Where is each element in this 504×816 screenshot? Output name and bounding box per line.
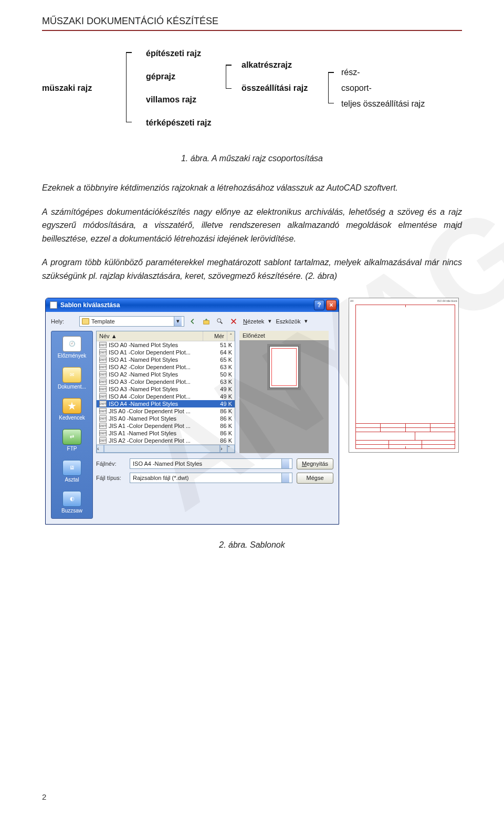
file-row[interactable]: DWTJIS A1 -Color Dependent Plot ...86 K bbox=[97, 422, 235, 430]
scroll-down-icon[interactable]: ˇ bbox=[227, 445, 235, 453]
dwt-file-icon: DWT bbox=[99, 364, 107, 370]
dwt-file-icon: DWT bbox=[99, 342, 107, 348]
place-label: FTP bbox=[67, 446, 77, 452]
file-size: 64 K bbox=[211, 349, 232, 355]
file-name: ISO A1 -Color Dependent Plot... bbox=[109, 349, 211, 355]
file-name: ISO A2 -Named Plot Styles bbox=[109, 371, 211, 378]
delete-icon[interactable] bbox=[228, 316, 239, 327]
file-row[interactable]: DWTISO A3 -Named Plot Styles49 K bbox=[97, 385, 235, 393]
template-drawing-preview: A4ISO A4 title block bbox=[349, 298, 459, 453]
paragraph-2: A számítógépes dokumentációkészítés nagy… bbox=[42, 205, 462, 246]
place-favorites[interactable]: ★Kedvencek bbox=[52, 396, 91, 422]
col-scroll-up[interactable]: ˆ bbox=[227, 331, 235, 341]
file-row[interactable]: DWTISO A1 -Named Plot Styles65 K bbox=[97, 356, 235, 363]
file-list[interactable]: Név ▲ Mér ˆ DWTISO A0 -Named Plot Styles… bbox=[96, 331, 235, 453]
chevron-down-icon[interactable]: ▾ bbox=[268, 318, 271, 325]
file-row[interactable]: DWTJIS A1 -Named Plot Styles86 K bbox=[97, 430, 235, 437]
file-name: ISO A0 -Named Plot Styles bbox=[109, 342, 211, 348]
location-combo[interactable]: Template ▾ bbox=[79, 316, 184, 327]
filetype-label: Fájl típus: bbox=[96, 475, 125, 481]
hscrollbar[interactable] bbox=[104, 445, 220, 453]
file-name: JIS A2 -Color Dependent Plot ... bbox=[109, 437, 211, 444]
place-label: Kedvencek bbox=[59, 415, 85, 421]
file-size: 51 K bbox=[211, 342, 232, 348]
file-row[interactable]: DWTJIS A2 -Color Dependent Plot ...86 K bbox=[97, 437, 235, 444]
svg-rect-0 bbox=[204, 320, 209, 324]
col-name[interactable]: Név ▲ bbox=[97, 331, 203, 341]
paragraph-3: A program több különböző paraméterekkel … bbox=[42, 256, 462, 283]
chevron-down-icon[interactable] bbox=[281, 459, 289, 468]
file-row[interactable]: DWTJIS A0 -Named Plot Styles86 K bbox=[97, 415, 235, 422]
file-size: 86 K bbox=[211, 430, 232, 436]
svg-line-2 bbox=[220, 321, 223, 323]
file-size: 63 K bbox=[211, 364, 232, 370]
close-button[interactable]: × bbox=[326, 300, 337, 310]
dwt-file-icon: DWT bbox=[99, 408, 107, 414]
chevron-down-icon[interactable] bbox=[281, 473, 289, 483]
file-size: 86 K bbox=[211, 423, 232, 429]
ftp-icon: ⇄ bbox=[62, 429, 81, 445]
col-size[interactable]: Mér bbox=[203, 331, 227, 341]
diagram-alkatresz: alkatrészrajz bbox=[242, 60, 292, 70]
dialog-titlebar[interactable]: Sablon kiválasztása ? × bbox=[46, 298, 339, 312]
preview-thumb bbox=[269, 346, 299, 388]
figure2-caption: 2. ábra. Sablonok bbox=[42, 540, 462, 550]
dwt-file-icon: DWT bbox=[99, 437, 107, 444]
diagram-geprajz: géprajz bbox=[146, 72, 175, 81]
open-button[interactable]: MegnyitásMegnyitás bbox=[297, 458, 333, 469]
file-list-header[interactable]: Név ▲ Mér ˆ bbox=[97, 331, 235, 341]
scroll-right-icon[interactable]: › bbox=[220, 445, 227, 453]
hely-label: Hely: bbox=[51, 318, 76, 325]
preview-header: Előnézet bbox=[239, 331, 329, 341]
page-number: 2 bbox=[42, 792, 46, 801]
file-row[interactable]: DWTJIS A0 -Color Dependent Plot ...86 K bbox=[97, 407, 235, 415]
filetype-combo[interactable]: Rajzsablon fájl (*.dwt) bbox=[130, 473, 292, 483]
chevron-down-icon[interactable]: ▾ bbox=[174, 317, 182, 326]
file-name: JIS A1 -Color Dependent Plot ... bbox=[109, 423, 211, 429]
place-label: Előzmények bbox=[58, 353, 86, 359]
help-button[interactable]: ? bbox=[314, 300, 324, 310]
place-documents[interactable]: ✉Dokument... bbox=[52, 365, 91, 391]
place-desktop[interactable]: 🖥Asztal bbox=[52, 458, 91, 484]
place-buzzsaw[interactable]: ◐Buzzsaw bbox=[52, 489, 91, 515]
filename-combo[interactable]: ISO A4 -Named Plot Styles bbox=[130, 458, 292, 469]
up-folder-icon[interactable] bbox=[201, 316, 212, 327]
file-row[interactable]: DWTISO A4 -Color Dependent Plot...49 K bbox=[97, 393, 235, 400]
scroll-left-icon[interactable]: ‹ bbox=[97, 445, 104, 453]
svg-point-1 bbox=[217, 318, 221, 322]
file-size: 86 K bbox=[211, 437, 232, 444]
file-row[interactable]: DWTISO A2 -Named Plot Styles50 K bbox=[97, 371, 235, 378]
diagram-resz: rész- bbox=[341, 68, 360, 77]
place-history[interactable]: 🕘Előzmények bbox=[52, 334, 91, 360]
dwt-file-icon: DWT bbox=[99, 371, 107, 378]
places-bar: 🕘Előzmények ✉Dokument... ★Kedvencek ⇄FTP… bbox=[51, 331, 93, 519]
history-icon: 🕘 bbox=[62, 336, 81, 352]
filename-value: ISO A4 -Named Plot Styles bbox=[133, 461, 202, 467]
dwt-file-icon: DWT bbox=[99, 357, 107, 363]
folder-icon bbox=[82, 318, 89, 325]
cancel-button[interactable]: Mégse bbox=[297, 473, 333, 484]
dwt-file-icon: DWT bbox=[99, 393, 107, 400]
place-ftp[interactable]: ⇄FTP bbox=[52, 427, 91, 453]
file-row[interactable]: DWTISO A0 -Named Plot Styles51 K bbox=[97, 341, 235, 349]
file-name: ISO A3 -Named Plot Styles bbox=[109, 386, 211, 392]
diagram-root: müszaki rajz bbox=[42, 83, 92, 93]
filename-label: Fájlnév: bbox=[96, 461, 125, 467]
views-button[interactable]: NNézetekézetek bbox=[242, 318, 265, 325]
dwt-file-icon: DWT bbox=[99, 430, 107, 436]
file-row[interactable]: DWTISO A1 -Color Dependent Plot...64 K bbox=[97, 349, 235, 356]
chevron-down-icon[interactable]: ▾ bbox=[304, 318, 308, 325]
file-name: ISO A1 -Named Plot Styles bbox=[109, 357, 211, 363]
diagram-epiteszeti: építészeti rajz bbox=[146, 49, 201, 58]
file-row[interactable]: DWTISO A4 -Named Plot Styles49 K bbox=[97, 400, 235, 407]
file-name: ISO A3 -Color Dependent Plot... bbox=[109, 379, 211, 385]
search-icon[interactable] bbox=[215, 316, 225, 327]
bracket-1 bbox=[126, 52, 127, 122]
file-row[interactable]: DWTISO A2 -Color Dependent Plot...63 K bbox=[97, 363, 235, 371]
file-row[interactable]: DWTISO A3 -Color Dependent Plot...63 K bbox=[97, 378, 235, 385]
tools-button[interactable]: Eszközök bbox=[275, 318, 301, 325]
back-icon[interactable] bbox=[187, 316, 198, 327]
dwt-file-icon: DWT bbox=[99, 415, 107, 422]
paragraph-1: Ezeknek a többnyire kétdimenziós rajzokn… bbox=[42, 181, 462, 195]
file-size: 49 K bbox=[211, 386, 232, 392]
